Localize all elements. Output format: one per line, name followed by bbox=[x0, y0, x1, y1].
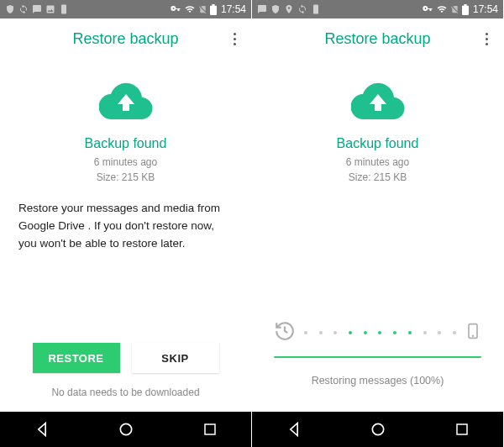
page-title: Restore backup bbox=[72, 30, 178, 48]
status-bar: 17:54 bbox=[0, 0, 251, 18]
vpn-key-icon bbox=[170, 4, 181, 14]
backup-found-title: Backup found bbox=[337, 136, 419, 151]
message-icon bbox=[257, 4, 267, 14]
history-icon bbox=[274, 320, 296, 345]
nav-back-icon[interactable] bbox=[286, 421, 302, 438]
app-bar: Restore backup bbox=[0, 18, 251, 59]
status-bar: 17:54 bbox=[252, 0, 503, 18]
message-icon bbox=[32, 4, 42, 14]
app-bar: Restore backup bbox=[252, 18, 503, 59]
device-icon bbox=[311, 4, 321, 14]
backup-size: Size: 215 KB bbox=[346, 170, 409, 185]
sync-icon bbox=[18, 4, 29, 14]
transfer-row bbox=[274, 319, 481, 346]
button-row: RESTORE SKIP bbox=[0, 343, 251, 373]
status-left bbox=[257, 4, 321, 14]
backup-size: Size: 215 KB bbox=[94, 170, 157, 185]
shield-icon bbox=[5, 4, 15, 14]
no-sim-icon bbox=[198, 4, 207, 14]
nav-bar bbox=[0, 412, 251, 447]
svg-rect-5 bbox=[457, 424, 467, 434]
progress-area: Restoring messages (100%) bbox=[252, 319, 503, 387]
nav-home-icon[interactable] bbox=[118, 421, 134, 438]
vpn-key-icon bbox=[422, 4, 433, 14]
backup-meta: 6 minutes ago Size: 215 KB bbox=[94, 155, 157, 185]
nav-home-icon[interactable] bbox=[370, 421, 386, 438]
cloud-upload-icon bbox=[351, 81, 405, 124]
device-icon bbox=[59, 4, 69, 14]
clock-text: 17:54 bbox=[221, 3, 246, 15]
backup-time: 6 minutes ago bbox=[346, 155, 409, 170]
page-title: Restore backup bbox=[324, 30, 430, 48]
overflow-menu-button[interactable] bbox=[224, 29, 244, 49]
no-sim-icon bbox=[450, 4, 459, 14]
wifi-icon bbox=[436, 4, 448, 14]
restore-button[interactable]: RESTORE bbox=[33, 343, 120, 373]
sync-icon bbox=[297, 4, 307, 14]
shield-icon bbox=[270, 4, 281, 14]
nav-recent-icon[interactable] bbox=[454, 422, 470, 437]
nav-bar bbox=[252, 412, 503, 447]
nav-recent-icon[interactable] bbox=[202, 422, 218, 437]
cloud-upload-icon bbox=[99, 81, 153, 124]
battery-icon bbox=[462, 4, 469, 15]
restore-description: Restore your messages and media from Goo… bbox=[15, 200, 236, 253]
svg-rect-1 bbox=[205, 424, 215, 434]
clock-text: 17:54 bbox=[473, 3, 498, 15]
location-icon bbox=[284, 4, 294, 14]
phone-icon bbox=[465, 319, 481, 346]
skip-button[interactable]: SKIP bbox=[132, 343, 219, 373]
transfer-dots bbox=[296, 331, 465, 334]
phone-left: 17:54 Restore backup Backup found 6 minu… bbox=[0, 0, 252, 447]
backup-time: 6 minutes ago bbox=[94, 155, 157, 170]
status-right: 17:54 bbox=[422, 3, 498, 15]
svg-point-0 bbox=[121, 423, 132, 434]
progress-bar bbox=[274, 356, 481, 358]
backup-found-title: Backup found bbox=[85, 136, 167, 151]
status-right: 17:54 bbox=[170, 3, 246, 15]
footer-note: No data needs to be downloaded bbox=[0, 387, 251, 398]
overflow-menu-button[interactable] bbox=[476, 29, 496, 49]
svg-point-4 bbox=[373, 423, 384, 434]
status-left bbox=[5, 4, 69, 14]
phone-right: 17:54 Restore backup Backup found 6 minu… bbox=[252, 0, 504, 447]
battery-icon bbox=[210, 4, 217, 15]
image-icon bbox=[45, 4, 55, 14]
wifi-icon bbox=[184, 4, 196, 14]
svg-point-3 bbox=[473, 335, 474, 336]
backup-meta: 6 minutes ago Size: 215 KB bbox=[346, 155, 409, 185]
progress-label: Restoring messages (100%) bbox=[312, 375, 444, 387]
nav-back-icon[interactable] bbox=[34, 421, 50, 438]
